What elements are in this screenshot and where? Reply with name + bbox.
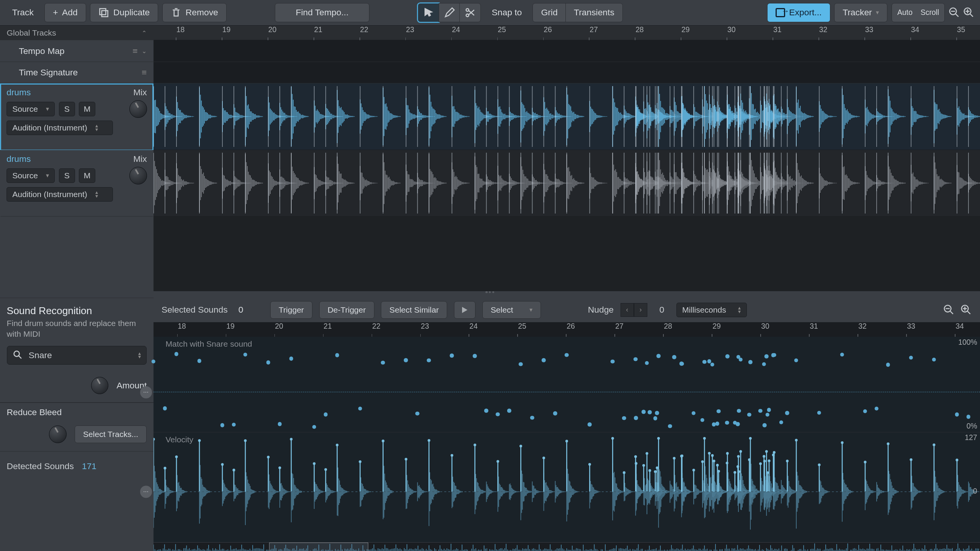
list-icon[interactable]: ≡ (132, 46, 137, 56)
match-dot[interactable] (381, 361, 385, 365)
amount-knob[interactable] (91, 377, 109, 395)
match-dot[interactable] (701, 418, 705, 422)
zoom-in-icon[interactable] (964, 7, 974, 18)
match-dot[interactable] (736, 422, 740, 426)
match-dot[interactable] (404, 358, 408, 362)
match-dot[interactable] (763, 423, 767, 427)
match-dot[interactable] (358, 406, 362, 411)
snap-transients-button[interactable]: Transients (565, 3, 623, 22)
match-dot[interactable] (779, 420, 783, 424)
match-dot[interactable] (747, 412, 751, 417)
track-name[interactable]: drums (7, 154, 31, 164)
find-tempo-button[interactable]: Find Tempo... (275, 3, 369, 22)
tempo-map-row[interactable]: Tempo Map ≡ ⌄ (0, 40, 154, 62)
match-dot[interactable] (519, 362, 523, 366)
match-dot[interactable] (772, 353, 776, 357)
match-dot[interactable] (450, 354, 454, 358)
mute-button[interactable]: M (79, 102, 95, 117)
match-dot[interactable] (702, 360, 707, 364)
match-dot[interactable] (748, 360, 753, 364)
solo-button[interactable]: S (59, 168, 75, 183)
nudge-left-button[interactable]: ‹ (621, 303, 634, 316)
match-dot[interactable] (794, 358, 799, 362)
tempo-lane[interactable] (154, 40, 980, 62)
track-header-1[interactable]: drums Mix Source▾ S M Audition (Instrume… (0, 83, 154, 150)
time-sig-lane[interactable] (154, 62, 980, 83)
match-dot[interactable] (323, 412, 328, 417)
sr-drum-select[interactable]: Snare ▴▾ (7, 346, 147, 365)
match-dot[interactable] (725, 421, 729, 425)
match-dot[interactable] (653, 416, 657, 421)
mute-button[interactable]: M (79, 168, 95, 183)
match-dot[interactable] (553, 411, 557, 416)
match-dot[interactable] (717, 409, 721, 414)
match-dot[interactable] (955, 412, 959, 417)
mix-knob[interactable] (129, 100, 147, 118)
select-tracks-button[interactable]: Select Tracks... (75, 425, 147, 443)
match-dot[interactable] (484, 409, 488, 413)
match-dot[interactable] (197, 359, 201, 363)
zoom-out-icon[interactable] (944, 305, 954, 315)
time-signature-row[interactable]: Time Signature ≡ (0, 62, 154, 83)
mix-knob[interactable] (129, 167, 147, 184)
match-dot[interactable] (886, 363, 890, 367)
match-dot[interactable] (174, 352, 178, 356)
match-dot[interactable] (473, 354, 477, 358)
match-dot[interactable] (785, 411, 789, 415)
global-tracks-header[interactable]: Global Tracks ⌃ (0, 26, 154, 41)
overview-scrollbar[interactable] (154, 542, 980, 551)
match-dot[interactable] (692, 411, 696, 416)
match-dot[interactable] (634, 416, 638, 420)
sr-ruler[interactable]: 1819202122232425262728293031323334 (154, 322, 980, 337)
trigger-button[interactable]: Trigger (270, 301, 312, 319)
threshold-line[interactable]: ⋯ (154, 392, 980, 393)
empty-track-area[interactable] (154, 217, 980, 291)
match-dot[interactable] (909, 355, 913, 360)
track-header-2[interactable]: drums Mix Source▾ S M Audition (Instrume… (0, 150, 154, 217)
nudge-units-dropdown[interactable]: Milliseconds▴▾ (676, 303, 747, 318)
collapse-icon[interactable]: ⌃ (142, 29, 147, 37)
match-dot[interactable] (840, 352, 844, 357)
match-dot[interactable] (289, 357, 293, 361)
source-dropdown[interactable]: Source▾ (7, 168, 55, 183)
solo-button[interactable]: S (59, 102, 75, 117)
cut-tool[interactable] (459, 3, 481, 22)
nudge-right-button[interactable]: › (634, 303, 647, 316)
match-dot[interactable] (672, 355, 676, 359)
match-dot[interactable] (415, 411, 420, 416)
source-dropdown[interactable]: Source▾ (7, 102, 55, 117)
velocity-handle[interactable]: ⋯ (140, 486, 152, 498)
match-dot[interactable] (496, 412, 500, 416)
velocity-area[interactable]: Velocity 127 0 ⋯ (154, 432, 980, 542)
match-dot[interactable] (715, 422, 720, 426)
waveform-lane-1[interactable] (154, 83, 980, 150)
match-scatter[interactable]: Match with Snare sound 100% 0% ⋯ (154, 337, 980, 432)
pointer-tool[interactable] (418, 3, 439, 22)
track-menu[interactable]: Track (5, 7, 40, 18)
match-dot[interactable] (530, 416, 534, 420)
match-dot[interactable] (725, 354, 730, 359)
zoom-in-icon[interactable] (961, 305, 972, 315)
match-dot[interactable] (622, 416, 626, 420)
remove-button[interactable]: Remove (162, 3, 227, 22)
panel-resize-handle[interactable] (0, 291, 980, 297)
match-dot[interactable] (232, 422, 236, 427)
tracker-dropdown[interactable]: Tracker ▾ (834, 3, 887, 22)
bleed-knob[interactable] (49, 425, 67, 443)
snap-grid-button[interactable]: Grid (532, 3, 566, 22)
match-dot[interactable] (932, 358, 936, 362)
match-dot[interactable] (863, 409, 867, 414)
overview-window[interactable] (269, 543, 368, 551)
expand-icon[interactable]: ⌄ (142, 47, 147, 55)
track-name[interactable]: drums (7, 87, 31, 98)
match-dot[interactable] (766, 413, 770, 417)
match-dot[interactable] (507, 409, 511, 413)
duplicate-button[interactable]: Duplicate (90, 3, 158, 22)
select-similar-button[interactable]: Select Similar (381, 301, 447, 319)
list-icon[interactable]: ≡ (142, 67, 147, 78)
play-button[interactable] (454, 301, 475, 319)
auto-scroll-button[interactable]: Auto Scroll (892, 3, 945, 22)
match-dot[interactable] (611, 360, 615, 364)
match-dot[interactable] (152, 360, 156, 364)
match-dot[interactable] (312, 425, 316, 429)
